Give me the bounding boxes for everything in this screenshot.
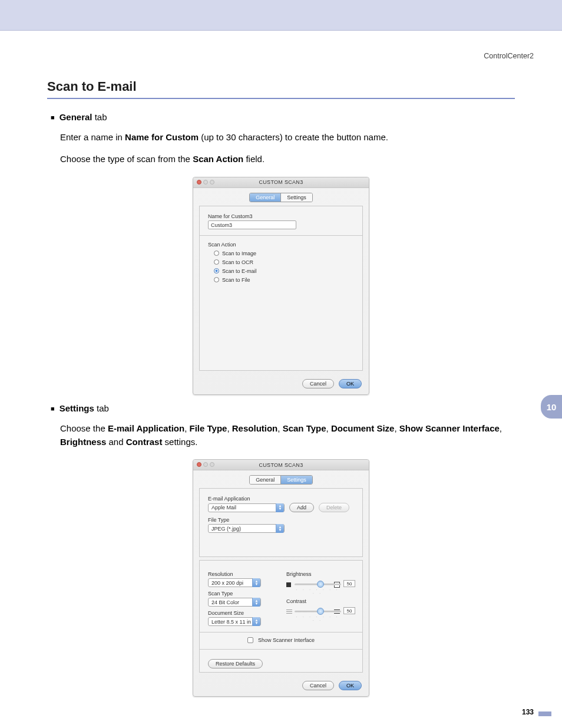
window-title: CUSTOM SCAN3 <box>259 179 303 185</box>
checkbox-icon[interactable] <box>247 637 253 643</box>
email-app-select[interactable]: Apple Mail ▲▼ <box>208 503 285 512</box>
bullet-text: Settings tab <box>59 403 109 413</box>
tab-bar: General Settings <box>193 475 369 485</box>
t: File Type <box>190 423 227 433</box>
body-line-2: Choose the type of scan from the Scan Ac… <box>60 152 515 166</box>
t: , <box>500 423 502 433</box>
divider <box>200 649 362 650</box>
t: field. <box>243 154 265 164</box>
radio-label: Scan to File <box>222 277 250 283</box>
show-scanner-label: Show Scanner Interface <box>258 637 315 643</box>
chevron-updown-icon: ▲▼ <box>276 524 284 533</box>
file-type-select[interactable]: JPEG (*.jpg) ▲▼ <box>208 524 285 533</box>
scan-type-select[interactable]: 24 Bit Color ▲▼ <box>208 598 261 607</box>
top-band <box>0 0 562 31</box>
close-icon[interactable] <box>197 462 201 467</box>
body-line-3: Choose the E-mail Application, File Type… <box>60 421 515 449</box>
tab-settings[interactable]: Settings <box>280 193 312 202</box>
page-mark-icon <box>538 711 551 716</box>
email-app-row: Apple Mail ▲▼ Add Delete <box>208 503 354 512</box>
window-title: CUSTOM SCAN3 <box>259 462 303 468</box>
radio-icon <box>214 277 219 282</box>
radio-label: Scan to OCR <box>222 259 253 265</box>
t: , <box>227 423 232 433</box>
tab-general[interactable]: General <box>250 476 280 484</box>
doc-size-select[interactable]: Letter 8.5 x 11 in ▲▼ <box>208 617 261 626</box>
ok-button[interactable]: OK <box>339 379 362 388</box>
t: and <box>106 437 125 447</box>
cancel-button[interactable]: Cancel <box>302 681 334 690</box>
ok-button[interactable]: OK <box>339 681 362 690</box>
bullet-rest: tab <box>92 112 107 122</box>
slider-ticks: · · · · · · · · · <box>295 615 341 622</box>
tab-general[interactable]: General <box>250 193 280 202</box>
divider <box>200 235 362 236</box>
name-input[interactable]: Custom3 <box>208 220 296 229</box>
contrast-value[interactable]: 50 <box>343 607 355 614</box>
t: , <box>326 423 331 433</box>
radio-icon-selected <box>214 268 219 274</box>
brightness-value[interactable]: 50 <box>343 580 355 587</box>
radio-label: Scan to E-mail <box>222 268 257 274</box>
delete-button[interactable]: Delete <box>319 503 349 512</box>
doc-size-label: Document Size <box>208 610 276 616</box>
chapter-tab: 10 <box>541 395 562 419</box>
section-title: Scan to E-mail <box>47 79 515 94</box>
radio-scan-to-image[interactable]: Scan to Image <box>214 251 354 256</box>
radio-scan-to-file[interactable]: Scan to File <box>214 277 354 283</box>
zoom-icon[interactable] <box>210 180 214 185</box>
restore-defaults-button[interactable]: Restore Defaults <box>208 659 263 668</box>
t: Brightness <box>60 437 106 447</box>
show-scanner-row[interactable]: Show Scanner Interface <box>208 637 354 643</box>
chevron-updown-icon: ▲▼ <box>252 617 260 626</box>
panel-settings-mid: Resolution 200 x 200 dpi ▲▼ Scan Type 24… <box>199 560 363 673</box>
radio-scan-to-ocr[interactable]: Scan to OCR <box>214 259 354 265</box>
zoom-icon[interactable] <box>210 462 214 467</box>
bullet-bold: Settings <box>59 403 94 413</box>
t: Scan Type <box>283 423 326 433</box>
contrast-slider[interactable]: · · · · · · · · · 50 <box>286 605 354 622</box>
chevron-updown-icon: ▲▼ <box>276 503 284 512</box>
minimize-icon[interactable] <box>203 462 208 467</box>
minimize-icon[interactable] <box>203 180 208 185</box>
cancel-button[interactable]: Cancel <box>302 379 334 388</box>
tab-group: General Settings <box>249 193 313 202</box>
tab-settings[interactable]: Settings <box>280 476 312 484</box>
bullet-text: General tab <box>59 112 107 122</box>
select-value: 24 Bit Color <box>211 599 239 605</box>
email-app-label: E-mail Application <box>208 496 354 502</box>
t: Document Size <box>331 423 395 433</box>
bullet-bold: General <box>59 112 92 122</box>
body-line-1: Enter a name in Name for Custom (up to 3… <box>60 130 515 144</box>
dialog-general: CUSTOM SCAN3 General Settings Name for C… <box>193 177 369 395</box>
slider-thumb[interactable] <box>317 608 324 615</box>
t: Enter a name in <box>60 132 125 142</box>
traffic-lights <box>197 462 214 467</box>
contrast-label: Contrast <box>286 598 354 604</box>
scan-type-label: Scan Type <box>208 591 276 597</box>
radio-scan-to-email[interactable]: Scan to E-mail <box>214 268 354 274</box>
t: (up to 30 characters) to create the butt… <box>199 132 388 142</box>
t: , <box>277 423 282 433</box>
close-icon[interactable] <box>197 180 201 185</box>
brightness-slider[interactable]: · · · · · · · · · 50 <box>286 578 354 595</box>
brightness-label: Brightness <box>286 571 354 577</box>
slider-thumb[interactable] <box>317 581 324 588</box>
t: , <box>394 423 399 433</box>
slider-ticks: · · · · · · · · · <box>295 588 341 595</box>
bullet-rest: tab <box>94 403 109 413</box>
resolution-select[interactable]: 200 x 200 dpi ▲▼ <box>208 578 261 587</box>
resolution-label: Resolution <box>208 571 276 577</box>
page-content: Scan to E-mail ■ General tab Enter a nam… <box>0 31 562 697</box>
t: , <box>184 423 189 433</box>
two-col: Resolution 200 x 200 dpi ▲▼ Scan Type 24… <box>208 566 354 626</box>
t: Resolution <box>232 423 278 433</box>
radio-icon <box>214 251 219 256</box>
tab-group: General Settings <box>249 475 313 485</box>
t: Name for Custom <box>125 132 199 142</box>
t: Scan Action <box>193 154 243 164</box>
left-col: Resolution 200 x 200 dpi ▲▼ Scan Type 24… <box>208 570 276 626</box>
bullet-icon: ■ <box>51 405 55 412</box>
add-button[interactable]: Add <box>289 503 314 512</box>
chevron-updown-icon: ▲▼ <box>252 578 260 587</box>
